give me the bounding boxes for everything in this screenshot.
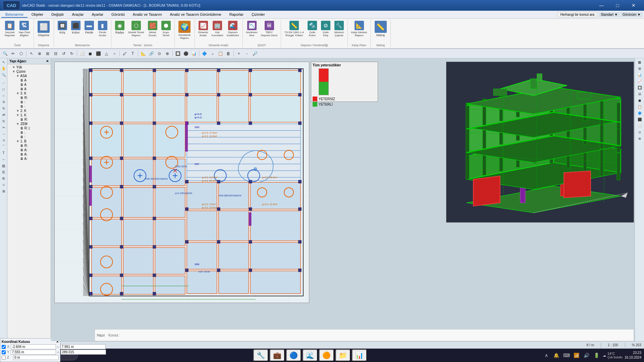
tree-3k-r3[interactable]: 🗎 : — [8, 104, 50, 109]
tab-araclar[interactable]: Araçlar — [68, 12, 88, 18]
tool-rotate[interactable]: ↻ — [1, 105, 7, 111]
toolbar-btn-10[interactable]: ⬜ — [78, 50, 86, 57]
close-button[interactable]: ✕ — [626, 1, 641, 10]
tool-zoom[interactable]: 🔍 — [1, 72, 7, 78]
taskbar-app-4[interactable]: 🌊 — [303, 349, 318, 361]
right-tool-12[interactable]: ⊙ — [637, 129, 643, 135]
tree-3k-r2[interactable]: 🗎 : — [8, 100, 50, 104]
taskbar-app-3[interactable]: 🔵 — [286, 349, 301, 361]
taskbar-app-7[interactable]: 📊 — [352, 349, 367, 361]
tool-move[interactable]: ✛ — [1, 99, 7, 105]
tool-pan[interactable]: ✋ — [1, 65, 7, 71]
command-input[interactable] — [123, 334, 632, 337]
tool-offset[interactable]: ⊃ — [1, 137, 7, 143]
tool-props[interactable]: ⚙ — [1, 175, 7, 181]
tool-line[interactable]: ⟋ — [1, 80, 7, 86]
tool-ortho[interactable]: ⊞ — [1, 188, 7, 194]
tree-1b-r[interactable]: 🗎 R: — [8, 143, 50, 148]
toolbar-btn-24[interactable]: 🔷 — [201, 50, 208, 57]
kolon-button[interactable]: ⬛ Kolon — [69, 20, 82, 35]
maximize-button[interactable]: □ — [610, 1, 625, 10]
kiris-button[interactable]: 🔲 Kiriş — [56, 20, 69, 35]
toolbar-btn-6[interactable]: ⊞ — [44, 50, 51, 57]
istinat-button[interactable]: 🧱 İstinatDuvan — [146, 20, 159, 38]
perde-grubu-button[interactable]: ▮ PerdeGrubu — [96, 20, 109, 38]
right-tool-9[interactable]: 🔷 — [637, 110, 643, 116]
toolbar-btn-28[interactable]: + — [235, 50, 243, 57]
tree-1k-r[interactable]: 🗎 R: — [8, 117, 50, 122]
toolbar-btn-30[interactable]: 🔎 — [251, 50, 259, 57]
tool-copy[interactable]: ⎘ — [1, 118, 7, 124]
toolbar-btn-23[interactable]: 📊 — [190, 50, 198, 57]
minimize-button[interactable]: — — [594, 1, 609, 10]
celik-kiris-button[interactable]: ⚙ ÇelikKiriş — [319, 20, 332, 38]
tab-betonarme[interactable]: Betonarme — [1, 12, 28, 18]
search-command-input[interactable]: Herhangi bir komut ara — [557, 12, 597, 17]
perde-button[interactable]: ▬ Perde — [83, 20, 96, 35]
tab-cizimler[interactable]: Çizimler — [248, 12, 269, 18]
toolbar-btn-25[interactable]: ⬦ — [209, 50, 216, 57]
toolbar-btn-14[interactable]: ○ — [111, 50, 118, 57]
toolbar-btn-5[interactable]: ⊕ — [36, 50, 43, 57]
canvas-area[interactable]: S65 S67 S69 φ=0.5: φ=0.3: φ=0.5: 47 tf/m… — [51, 58, 644, 341]
tree-2k[interactable]: ▼ 2. K — [8, 109, 50, 113]
deprem-izolator-button[interactable]: 🌊 Depremİzolatörleri — [225, 20, 240, 38]
toolbar-btn-8[interactable]: ↺ — [60, 50, 67, 57]
right-tool-4[interactable]: 📈 — [637, 78, 643, 84]
view-dropdown[interactable]: Görünüm ▼ — [621, 12, 643, 17]
doseme-button[interactable]: ⬜ Döşeme — [36, 20, 51, 38]
tab-ayarlar[interactable]: Ayarlar — [88, 12, 107, 18]
toolbar-btn-12[interactable]: ⬛ — [95, 50, 102, 57]
tab-goruntu[interactable]: Görüntü — [107, 12, 129, 18]
tool-extend[interactable]: → — [1, 131, 7, 137]
toolbar-btn-9[interactable]: ↻ — [68, 50, 75, 57]
tab-analiz-goruntu[interactable]: Analiz ve Tasarım Görüntüleme — [166, 12, 225, 18]
taskbar-app-5[interactable]: 🟠 — [319, 349, 334, 361]
tab-degistir[interactable]: Değiştir — [47, 12, 68, 18]
merkezi-capraz-button[interactable]: 🔧 MerkeziÇapraz — [333, 20, 345, 38]
taskbar-app-6[interactable]: 📁 — [335, 349, 351, 361]
right-tool-3[interactable]: 📊 — [637, 72, 643, 78]
geoteknik-button[interactable]: 🌍 GeoteknikRaporu — [177, 20, 192, 40]
network-icon[interactable]: 📶 — [573, 351, 581, 359]
taskbar-app-2[interactable]: 💼 — [270, 349, 285, 361]
taskbar-app-1[interactable]: 🔧 — [253, 349, 268, 361]
keyboard-icon[interactable]: ⌨ — [562, 351, 571, 359]
right-tool-7[interactable]: ◼ — [637, 97, 643, 103]
tree-1k[interactable]: ▼ 1. K — [8, 113, 50, 117]
tool-rect[interactable]: □ — [1, 86, 7, 92]
radye-button[interactable]: ◉ Radye — [113, 20, 126, 35]
standard-dropdown[interactable]: Standart ▼ — [599, 12, 620, 17]
right-tool-5[interactable]: 🔲 — [637, 84, 643, 90]
tool-trim[interactable]: ✂ — [1, 124, 7, 130]
notification-icon[interactable]: 🔔 — [552, 351, 560, 359]
toolbar-btn-2[interactable]: ✏ — [9, 50, 17, 57]
right-tool-11[interactable]: ⬜ — [637, 123, 643, 129]
tool-select[interactable]: ↖ — [1, 59, 7, 65]
kuyu-temel-button[interactable]: ⬢ KuyuTemel — [160, 20, 172, 38]
three-d-view[interactable] — [446, 62, 634, 223]
floor-plan-canvas[interactable]: S65 S67 S69 φ=0.5: φ=0.3: φ=0.5: 47 tf/m… — [54, 62, 309, 303]
tool-fillet[interactable]: ⌒ — [1, 143, 7, 149]
tool-dim[interactable]: ↔ — [1, 156, 7, 162]
nonlineer-button[interactable]: 📉 Nonlineerİtme — [245, 20, 259, 38]
tree-asa[interactable]: ▼ ASA — [8, 74, 50, 78]
tree-container[interactable]: ▼ Yük ▼ Çizimi ▼ ASA 🗎 A 🗎 A 🗎 A ▼ 3. K … — [7, 64, 51, 341]
toolbar-btn-26[interactable]: 📋 — [217, 50, 224, 57]
chevron-up-icon[interactable]: ∧ — [542, 351, 550, 359]
metraj-button[interactable]: 📏 Metraj — [373, 20, 388, 38]
tree-1b[interactable]: ▼ 1. B — [8, 139, 50, 143]
surekli-temel-button[interactable]: ⬡ Sürekli TemelRaporu — [127, 20, 146, 38]
tool-snap[interactable]: ⊹ — [1, 182, 7, 188]
yapi-ozet-button[interactable]: 🏗 Yapı ÖzetBilgileri — [17, 20, 32, 38]
toolbar-btn-18[interactable]: 🔗 — [148, 50, 155, 57]
tab-analiz[interactable]: Analiz ve Tasarım — [129, 12, 166, 18]
toolbar-btn-19[interactable]: ⊙ — [156, 50, 163, 57]
toolbar-btn-15[interactable]: 🖊 — [121, 50, 128, 57]
tab-raporlar[interactable]: Raporlar — [225, 12, 248, 18]
celik-kolon-button[interactable]: 🔩 ÇelikKolon — [306, 20, 319, 38]
tool-layer[interactable]: ☰ — [1, 169, 7, 175]
tree-zem-a1[interactable]: 🗎 : — [8, 130, 50, 135]
tree-1b-a1[interactable]: 🗎 A: — [8, 148, 50, 152]
tree-yuk[interactable]: ▼ Yük — [8, 65, 50, 69]
